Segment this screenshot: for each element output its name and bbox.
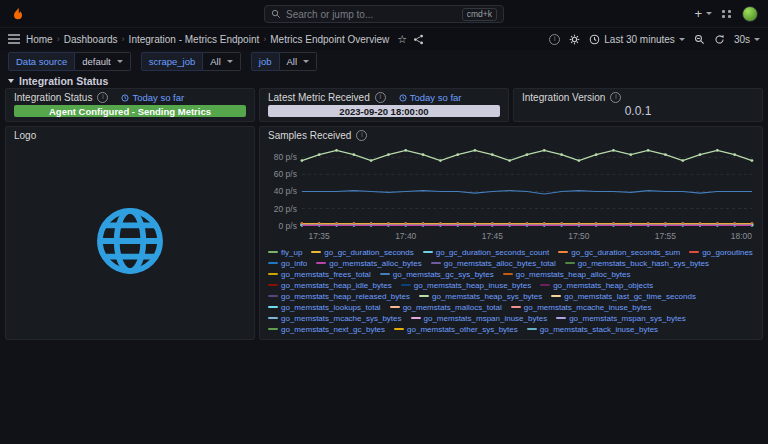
legend-item[interactable]: go_memstats_mspan_sys_bytes: [556, 313, 686, 324]
chevron-down-icon: [117, 60, 123, 63]
chart-series-point: [439, 159, 442, 162]
legend-item[interactable]: go_memstats_sys_bytes: [401, 335, 502, 337]
legend-item[interactable]: go_memstats_mcache_inuse_bytes: [511, 302, 652, 313]
panel-header[interactable]: Integration Status i Today so far: [6, 89, 254, 104]
breadcrumb-integration[interactable]: Integration - Metrics Endpoint: [129, 34, 260, 45]
legend-item[interactable]: go_memstats_mallocs_total: [390, 302, 502, 313]
legend-item[interactable]: go_memstats_lookups_total: [268, 302, 381, 313]
legend-item[interactable]: go_memstats_heap_released_bytes: [268, 291, 410, 302]
grafana-logo-icon[interactable]: [10, 6, 26, 22]
latest-metric-value: 2023-09-20 18:00:00: [268, 105, 500, 117]
time-override-badge[interactable]: Today so far: [121, 92, 184, 103]
zoom-out-button[interactable]: [694, 34, 705, 45]
legend-swatch: [527, 328, 537, 330]
legend-label: go_memstats_stack_inuse_bytes: [540, 324, 658, 335]
legend-item[interactable]: go_memstats_heap_idle_bytes: [268, 280, 392, 291]
panel-title: Samples Received: [268, 130, 351, 141]
legend-item[interactable]: go_memstats_buck_hash_sys_bytes: [565, 258, 709, 269]
legend-swatch: [556, 317, 566, 319]
legend-item[interactable]: go_memstats_heap_objects: [540, 280, 653, 291]
legend-item[interactable]: go_info: [268, 258, 307, 269]
search-placeholder: Search or jump to...: [286, 9, 457, 20]
search-icon: [271, 9, 281, 19]
legend-item[interactable]: go_gc_duration_seconds_sum: [558, 247, 680, 258]
samples-received-chart[interactable]: 0 p/s20 p/s40 p/s60 p/s80 p/s17:3517:401…: [268, 142, 754, 246]
refresh-button[interactable]: [714, 34, 725, 45]
legend-item[interactable]: go_memstats_alloc_bytes_total: [431, 258, 556, 269]
clock-icon: [589, 34, 600, 45]
legend-label: go_memstats_next_gc_bytes: [281, 324, 385, 335]
apps-grid-icon[interactable]: [722, 10, 732, 18]
dashboard-settings-button[interactable]: [569, 34, 580, 45]
legend-item[interactable]: go_memstats_alloc_bytes: [316, 258, 422, 269]
legend-item[interactable]: go_memstats_last_gc_time_seconds: [551, 291, 696, 302]
hamburger-menu-icon[interactable]: [8, 34, 20, 44]
legend-item[interactable]: go_gc_duration_seconds: [311, 247, 413, 258]
time-override-badge[interactable]: Today so far: [399, 92, 462, 103]
job-value-dropdown[interactable]: All: [280, 52, 318, 71]
scrape-job-picker[interactable]: scrape_job All: [141, 52, 241, 71]
samples-body: 0 p/s20 p/s40 p/s60 p/s80 p/s17:3517:401…: [260, 142, 762, 339]
share-icon[interactable]: [413, 34, 424, 45]
legend-label: go_memstats_heap_alloc_bytes: [516, 269, 631, 280]
legend-item[interactable]: go_gc_duration_seconds_count: [423, 247, 549, 258]
svg-text:60 p/s: 60 p/s: [274, 169, 297, 179]
legend-item[interactable]: go_memstats_heap_inuse_bytes: [401, 280, 531, 291]
legend-swatch: [311, 251, 321, 253]
panel-samples-received: Samples Received i 0 p/s20 p/s40 p/s60 p…: [259, 126, 763, 340]
datasource-value-dropdown[interactable]: default: [75, 52, 131, 71]
chart-series-point: [526, 153, 529, 156]
legend-item[interactable]: inflight_requests: [573, 335, 644, 337]
legend-label: go_info: [281, 258, 307, 269]
panel-header[interactable]: Latest Metric Received i Today so far: [260, 89, 508, 104]
time-range-picker[interactable]: Last 30 minutes: [589, 34, 685, 45]
legend-item[interactable]: go_memstats_heap_alloc_bytes: [503, 269, 631, 280]
user-avatar[interactable]: [742, 6, 758, 22]
legend-item[interactable]: go_memstats_heap_sys_bytes: [419, 291, 542, 302]
legend-label: go_memstats_heap_idle_bytes: [281, 280, 392, 291]
chart-series-point: [647, 149, 650, 152]
legend-label: fly_up: [281, 247, 302, 258]
panel-header[interactable]: Logo: [6, 127, 254, 142]
legend-label: go_memstats_mspan_inuse_bytes: [424, 313, 548, 324]
panel-title: Logo: [14, 130, 36, 141]
legend-item[interactable]: go_memstats_mcache_sys_bytes: [268, 313, 402, 324]
panel-header[interactable]: Samples Received i: [260, 127, 762, 142]
job-picker[interactable]: job All: [251, 52, 317, 71]
legend-item[interactable]: go_memstats_gc_sys_bytes: [380, 269, 494, 280]
legend-item[interactable]: go_memstats_other_sys_bytes: [394, 324, 518, 335]
breadcrumb-home[interactable]: Home: [26, 34, 53, 45]
row-title: Integration Status: [19, 75, 108, 87]
legend-item[interactable]: go_memstats_stack_sys_bytes: [268, 335, 392, 337]
scrape-job-value-dropdown[interactable]: All: [203, 52, 241, 71]
chart-series-point: [664, 153, 667, 156]
chevron-down-icon: [227, 60, 233, 63]
scrape-job-value: All: [210, 55, 221, 68]
star-favorite-icon[interactable]: ☆: [397, 34, 407, 45]
legend-label: go_memstats_other_sys_bytes: [407, 324, 518, 335]
legend-item[interactable]: go_memstats_frees_total: [268, 269, 371, 280]
legend-swatch: [268, 328, 278, 330]
legend-item[interactable]: go_threads: [511, 335, 564, 337]
job-label: job: [251, 52, 280, 71]
svg-text:17:45: 17:45: [482, 231, 503, 241]
legend-item[interactable]: fly_up: [268, 247, 302, 258]
legend-item[interactable]: go_goroutines: [689, 247, 753, 258]
add-new-button[interactable]: +: [694, 7, 712, 20]
chart-series-point: [352, 153, 355, 156]
row-integration-status[interactable]: Integration Status: [8, 74, 108, 88]
breadcrumb-current[interactable]: Metrics Endpoint Overview: [270, 34, 389, 45]
legend-item[interactable]: go_memstats_next_gc_bytes: [268, 324, 385, 335]
legend-label: go_goroutines: [702, 247, 753, 258]
dashboard-info-button[interactable]: i: [549, 34, 560, 45]
chart-series-line: [302, 191, 752, 194]
legend-item[interactable]: go_memstats_mspan_inuse_bytes: [411, 313, 548, 324]
search-input[interactable]: Search or jump to... cmd+k: [264, 5, 504, 23]
svg-text:17:40: 17:40: [395, 231, 416, 241]
legend-item[interactable]: go_memstats_stack_inuse_bytes: [527, 324, 658, 335]
refresh-interval-dropdown[interactable]: 30s: [734, 34, 760, 45]
legend-label: go_memstats_frees_total: [281, 269, 371, 280]
breadcrumb-dashboards[interactable]: Dashboards: [64, 34, 118, 45]
datasource-picker[interactable]: Data source default: [8, 52, 131, 71]
panel-header[interactable]: Integration Version i: [514, 89, 762, 104]
